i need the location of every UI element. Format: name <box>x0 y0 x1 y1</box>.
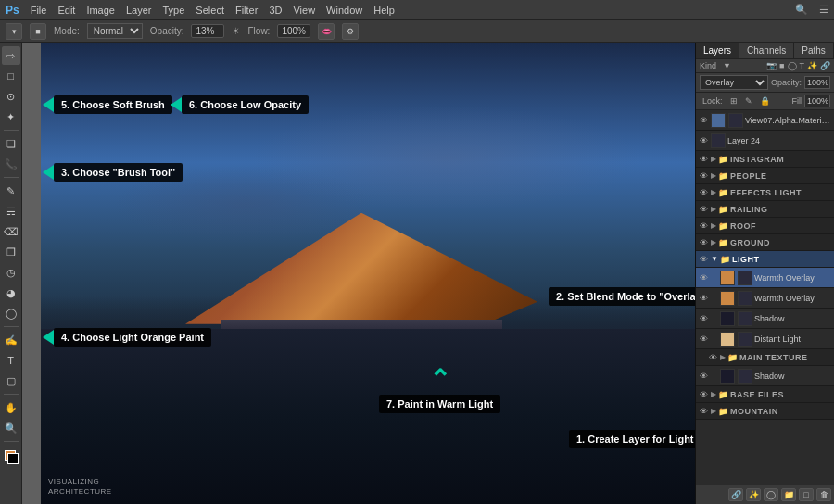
crop-tool[interactable]: ❏ <box>2 134 20 153</box>
blur-tool[interactable]: ◕ <box>2 284 20 302</box>
vis-icon-railing[interactable]: 👁 <box>700 205 709 214</box>
vis-icon-roof[interactable]: 👁 <box>700 221 709 231</box>
vis-icon-ground[interactable]: 👁 <box>700 238 709 247</box>
new-layer-btn[interactable]: □ <box>799 488 814 501</box>
menu-image[interactable]: Image <box>86 5 115 16</box>
tab-layers[interactable]: Layers <box>696 43 739 58</box>
thumb-distant <box>720 332 735 346</box>
menu-view[interactable]: View <box>293 5 315 16</box>
dodge-tool[interactable]: ◯ <box>2 304 20 322</box>
clone-stamp-tool[interactable]: ☴ <box>2 202 20 220</box>
thumb-shadow2 <box>720 369 735 384</box>
text-tool[interactable]: T <box>2 351 20 370</box>
group-instagram[interactable]: 👁 ▶ 📁 INSTAGRAM <box>696 151 834 168</box>
layer-blend-mode[interactable]: Overlay Normal <box>700 75 768 90</box>
fill-label: Fill <box>792 96 803 106</box>
link-layers-btn[interactable]: 🔗 <box>728 488 743 501</box>
new-group-btn[interactable]: 📁 <box>781 488 796 501</box>
group-main-texture[interactable]: 👁 ▶ 📁 MAIN TEXTURE <box>696 349 834 366</box>
lasso-tool[interactable]: ⊙ <box>2 87 20 106</box>
layer-view07[interactable]: 👁 View07.Alpha.Material_ID <box>696 110 834 131</box>
pen-tool[interactable]: ✍ <box>2 331 20 349</box>
foreground-color[interactable] <box>2 447 20 466</box>
architecture-structure <box>185 195 537 343</box>
thumb-1 <box>711 133 726 148</box>
menu-filter[interactable]: Filter <box>235 5 258 16</box>
lock-pos-btn[interactable]: ⊞ <box>727 95 740 107</box>
vis-icon-instagram[interactable]: 👁 <box>700 155 709 164</box>
vis-icon-texture[interactable]: 👁 <box>709 353 718 362</box>
annotation-step7: ⌃ 7. Paint in Warm Light <box>379 367 500 413</box>
group-roof[interactable]: 👁 ▶ 📁 ROOF <box>696 218 834 234</box>
vis-icon-1[interactable]: 👁 <box>700 136 709 145</box>
vis-icon-light[interactable]: 👁 <box>700 255 709 264</box>
vis-icon-mountain[interactable]: 👁 <box>700 407 709 416</box>
hand-tool[interactable]: ✋ <box>2 398 20 417</box>
layer-opacity-input[interactable] <box>804 76 830 89</box>
blend-mode-select[interactable]: Normal Overlay <box>87 23 143 39</box>
opacity-input[interactable] <box>191 24 224 38</box>
mask-distant <box>738 332 752 346</box>
group-ground[interactable]: 👁 ▶ 📁 GROUND <box>696 234 834 251</box>
magic-wand-tool[interactable]: ✦ <box>2 107 20 126</box>
brush-options-btn[interactable]: ■ <box>30 23 46 40</box>
select-rect-tool[interactable]: □ <box>2 67 20 85</box>
menu-type[interactable]: Type <box>163 5 185 16</box>
gradient-tool[interactable]: ◷ <box>2 263 20 282</box>
vis-icon-0[interactable]: 👁 <box>700 116 709 125</box>
eraser-tool[interactable]: ❒ <box>2 243 20 261</box>
menu-file[interactable]: File <box>31 5 47 16</box>
brush-settings-btn[interactable]: ⚙ <box>342 23 359 40</box>
menu-layer[interactable]: Layer <box>126 5 152 16</box>
airbrush-btn[interactable]: 👄 <box>318 23 335 40</box>
add-style-btn[interactable]: ✨ <box>746 488 761 501</box>
fill-input[interactable] <box>804 94 830 107</box>
vis-icon-people[interactable]: 👁 <box>700 171 709 181</box>
menu-bar: Ps File Edit Image Layer Type Select Fil… <box>0 0 834 20</box>
tab-channels[interactable]: Channels <box>739 43 794 58</box>
lock-all-btn[interactable]: 🔒 <box>757 95 773 107</box>
vis-icon-warmth2[interactable]: 👁 <box>700 294 709 303</box>
eyedropper-tool[interactable]: 📞 <box>2 155 20 173</box>
vis-icon-distant[interactable]: 👁 <box>700 334 709 344</box>
brush-preset-btn[interactable]: ▾ <box>6 23 22 40</box>
thumb-warmth1 <box>720 271 735 285</box>
menu-window[interactable]: Window <box>326 5 362 16</box>
layer-shadow-2[interactable]: 👁 Shadow <box>696 366 834 386</box>
group-effects-light[interactable]: 👁 ▶ 📁 EFFECTS LIGHT <box>696 184 834 201</box>
tab-paths[interactable]: Paths <box>794 43 834 58</box>
group-light[interactable]: 👁 ▼ 📁 LIGHT <box>696 251 834 268</box>
delete-layer-btn[interactable]: 🗑 <box>816 488 831 501</box>
vis-icon-base[interactable]: 👁 <box>700 390 709 399</box>
annotation-step2: 2. Set Blend Mode to "Overlay" <box>549 287 695 306</box>
layer-warmth-overlay-1[interactable]: 👁 Warmth Overlay <box>696 268 834 288</box>
group-people[interactable]: 👁 ▶ 📁 PEOPLE <box>696 168 834 184</box>
vis-icon-effects[interactable]: 👁 <box>700 188 709 197</box>
menu-edit[interactable]: Edit <box>57 5 75 16</box>
layer-warmth-overlay-2[interactable]: 👁 Warmth Overlay <box>696 288 834 309</box>
vis-icon-shadow1[interactable]: 👁 <box>700 314 709 323</box>
history-brush-tool[interactable]: ⌫ <box>2 222 20 241</box>
menu-help[interactable]: Help <box>373 5 395 16</box>
zoom-tool[interactable]: 🔍 <box>2 419 20 437</box>
menu-select[interactable]: Select <box>196 5 224 16</box>
vis-icon-warmth1[interactable]: 👁 <box>700 273 709 283</box>
group-base-files[interactable]: 👁 ▶ 📁 BASE FILES <box>696 386 834 403</box>
flow-input[interactable] <box>277 24 310 38</box>
label-step2: 2. Set Blend Mode to "Overlay" <box>549 287 695 306</box>
annotation-step5: 5. Choose Soft Brush <box>43 95 172 114</box>
vis-icon-shadow2[interactable]: 👁 <box>700 372 709 381</box>
layer-opacity-label: Opacity: <box>771 78 802 87</box>
group-mountain[interactable]: 👁 ▶ 📁 MOUNTAIN <box>696 403 834 420</box>
label-step3: 3. Choose "Brush Tool" <box>54 163 183 182</box>
layer-distant-light[interactable]: 👁 Distant Light <box>696 329 834 349</box>
move-tool[interactable]: ⇨ <box>2 46 20 65</box>
shape-tool[interactable]: ▢ <box>2 372 20 390</box>
layer-24[interactable]: 👁 Layer 24 <box>696 131 834 151</box>
brush-tool[interactable]: ✎ <box>2 182 20 200</box>
layer-shadow-1[interactable]: 👁 Shadow <box>696 309 834 329</box>
add-mask-btn[interactable]: ◯ <box>764 488 778 501</box>
group-railing[interactable]: 👁 ▶ 📁 RAILING <box>696 201 834 218</box>
lock-draw-btn[interactable]: ✎ <box>742 95 755 107</box>
menu-3d[interactable]: 3D <box>269 5 282 16</box>
